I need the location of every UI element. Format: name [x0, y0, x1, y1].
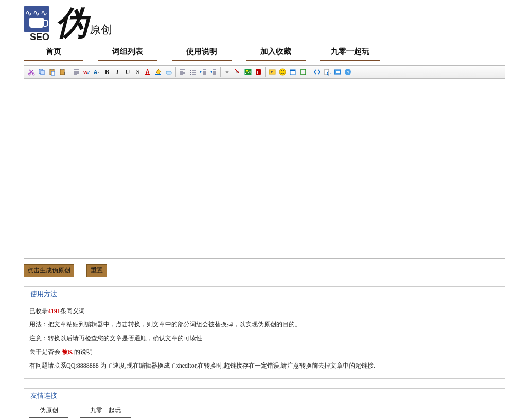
generate-button[interactable]: 点击生成伪原创: [24, 264, 74, 277]
svg-rect-6: [51, 71, 55, 75]
steam-icon: ∿∿∿: [25, 10, 48, 17]
list-ol-icon[interactable]: [188, 67, 198, 77]
font-color-icon[interactable]: A: [143, 67, 153, 77]
word-paste-icon[interactable]: W✓: [81, 67, 92, 77]
source-icon[interactable]: [312, 67, 322, 77]
align-icon[interactable]: [178, 67, 188, 77]
nav-play[interactable]: 九零一起玩: [320, 45, 380, 61]
svg-point-26: [281, 70, 282, 71]
strike-icon[interactable]: S: [133, 67, 143, 77]
paste-text-icon[interactable]: T: [57, 67, 67, 77]
svg-point-25: [279, 69, 286, 75]
usage-line4a: 关于是否会: [29, 348, 62, 355]
svg-point-17: [190, 70, 191, 71]
calendar-icon[interactable]: [288, 67, 298, 77]
nav-phrase-list[interactable]: 词组列表: [98, 45, 157, 61]
preview-icon[interactable]: [322, 67, 332, 77]
usage-line-3: 注意：转换以后请再检查您的文章是否通顺，确认文章的可读性: [29, 332, 500, 345]
main-nav: 首页 词组列表 使用说明 加入收藏 九零一起玩: [24, 45, 505, 61]
reset-button[interactable]: 重置: [86, 264, 107, 277]
svg-point-21: [246, 70, 248, 72]
usage-header: 使用方法: [24, 287, 505, 301]
nav-instructions[interactable]: 使用说明: [172, 45, 232, 61]
smiley-icon[interactable]: [277, 67, 288, 77]
logo-sub: 原创: [90, 22, 112, 38]
usage-k-warning: 被K: [62, 348, 73, 355]
editor-textarea[interactable]: [24, 79, 505, 259]
svg-rect-3: [41, 70, 44, 75]
indent-icon[interactable]: [208, 67, 219, 77]
fullscreen-icon[interactable]: [298, 67, 308, 77]
usage-line-4: 关于是否会 被K 的说明: [29, 345, 500, 358]
back-color-icon[interactable]: [153, 67, 164, 77]
usage-line-1: 已收录4191条同义词: [29, 304, 500, 318]
coffee-logo-icon: ∿∿∿: [24, 6, 49, 32]
view-icon[interactable]: [332, 67, 343, 77]
usage-line1c: 条同义词: [60, 307, 85, 315]
about-icon[interactable]: ?: [343, 67, 353, 77]
svg-point-27: [283, 70, 284, 71]
outdent-icon[interactable]: [198, 67, 208, 77]
editor-toolbar: T W✓ A B I U S A f ?: [24, 65, 505, 79]
usage-line1a: 已收录: [29, 307, 48, 315]
unlink-icon[interactable]: [233, 67, 243, 77]
paste-icon[interactable]: [47, 67, 57, 77]
underline-icon[interactable]: U: [122, 67, 133, 77]
logo-brand: 伪: [56, 7, 89, 40]
friend-link-pseudo[interactable]: 伪原创: [29, 405, 68, 418]
logo-seo-text: SEO: [30, 32, 49, 43]
svg-text:?: ?: [347, 70, 350, 75]
toolbar-separator: [310, 67, 310, 77]
svg-point-19: [190, 74, 191, 75]
toolbar-separator: [220, 67, 221, 77]
logo-area: ∿∿∿ SEO 伪 原创: [24, 6, 505, 40]
usage-synonym-count: 4191: [48, 307, 60, 315]
svg-rect-8: [61, 69, 63, 70]
svg-text:A: A: [146, 69, 149, 75]
cut-icon[interactable]: [26, 67, 37, 77]
svg-rect-15: [155, 74, 161, 75]
svg-point-18: [190, 72, 191, 73]
usage-body: 已收录4191条同义词 用法：把文章粘贴到编辑器中，点击转换，则文章中的部分词组…: [24, 301, 505, 372]
eraser-icon[interactable]: [164, 67, 174, 77]
svg-text:✓: ✓: [87, 70, 90, 75]
svg-text:T: T: [63, 71, 66, 75]
svg-rect-5: [51, 69, 53, 70]
usage-line4c: 的说明: [73, 348, 93, 355]
svg-text:f: f: [257, 70, 258, 75]
usage-section: 使用方法 已收录4191条同义词 用法：把文章粘贴到编辑器中，点击转换，则文章中…: [24, 286, 505, 379]
friend-link-play[interactable]: 九零一起玩: [80, 405, 131, 418]
toolbar-separator: [175, 67, 176, 77]
svg-text:A: A: [94, 69, 97, 75]
image-icon[interactable]: [243, 67, 253, 77]
svg-rect-14: [145, 74, 150, 75]
toolbar-separator: [69, 67, 69, 77]
friends-header: 友情连接: [24, 389, 505, 403]
usage-line-2: 用法：把文章粘贴到编辑器中，点击转换，则文章中的部分词组会被替换掉，以实现伪原创…: [29, 318, 500, 331]
action-row: 点击生成伪原创 重置: [24, 264, 505, 277]
nav-home[interactable]: 首页: [24, 45, 83, 61]
bold-icon[interactable]: B: [102, 67, 112, 77]
cup-icon: [29, 18, 44, 28]
nav-add-favorite[interactable]: 加入收藏: [246, 45, 306, 61]
svg-rect-29: [290, 70, 295, 71]
friends-section: 友情连接 伪原创 九零一起玩: [24, 388, 505, 420]
usage-line-5: 有问题请联系QQ:8888888 为了速度,现在编辑器换成了xheditor,在…: [29, 359, 500, 372]
remove-format-icon[interactable]: [71, 67, 81, 77]
svg-rect-34: [336, 71, 340, 73]
font-family-icon[interactable]: A: [92, 67, 102, 77]
link-icon[interactable]: [222, 67, 233, 77]
italic-icon[interactable]: I: [112, 67, 122, 77]
video-icon[interactable]: [267, 67, 277, 77]
flash-icon[interactable]: f: [253, 67, 263, 77]
friends-links: 伪原创 九零一起玩: [24, 403, 505, 419]
copy-icon[interactable]: [37, 67, 47, 77]
toolbar-separator: [265, 67, 266, 77]
svg-rect-16: [166, 71, 171, 74]
logo-stack: ∿∿∿ SEO: [24, 6, 49, 40]
